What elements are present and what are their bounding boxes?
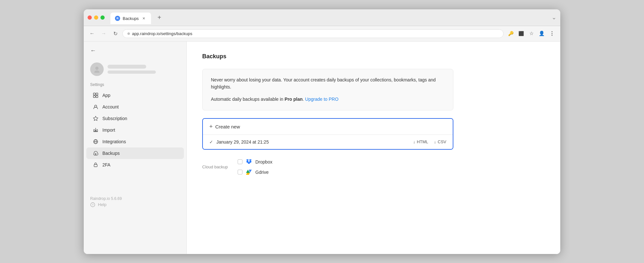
url-text: app.raindrop.io/settings/backups	[132, 31, 192, 36]
sidebar-account-label: Account	[102, 104, 119, 109]
refresh-button[interactable]: ↻	[111, 29, 120, 38]
svg-rect-2	[93, 93, 95, 95]
dropbox-icon	[246, 159, 252, 165]
info-text-prefix: Automatic daily backups available in	[211, 97, 285, 102]
sidebar-subscription-label: Subscription	[102, 116, 127, 121]
sidebar: ← Settings	[84, 42, 187, 254]
forward-button[interactable]: →	[99, 29, 108, 38]
user-name	[108, 65, 146, 69]
backup-item-left: ✓ January 29, 2024 at 21:25	[209, 139, 269, 145]
info-text-suffix: .	[303, 97, 304, 102]
import-icon	[93, 127, 99, 133]
gdrive-label: Gdrive	[255, 170, 269, 175]
browser-window: R Backups ✕ + ⌄ ← → ↻ ⊕ app.raindrop.io/…	[84, 9, 560, 254]
pro-plan-label: Pro plan	[285, 97, 303, 102]
page-title: Backups	[202, 53, 545, 60]
gdrive-checkbox[interactable]	[238, 170, 242, 174]
dropbox-checkbox[interactable]	[238, 159, 242, 164]
svg-rect-3	[96, 93, 98, 95]
sidebar-item-subscription[interactable]: Subscription	[86, 113, 184, 124]
sidebar-integrations-label: Integrations	[102, 139, 126, 144]
integrations-icon	[93, 139, 99, 145]
address-bar: ← → ↻ ⊕ app.raindrop.io/settings/backups…	[84, 26, 560, 42]
bookmark-button[interactable]: ☆	[527, 29, 536, 38]
download-csv-arrow: ↓	[434, 139, 436, 144]
url-bar[interactable]: ⊕ app.raindrop.io/settings/backups	[122, 29, 504, 38]
sidebar-2fa-label: 2FA	[102, 162, 110, 167]
refresh-icon: ↻	[113, 31, 118, 37]
tab-close-button[interactable]: ✕	[141, 16, 147, 21]
user-info	[108, 65, 180, 74]
profile-button[interactable]: 👤	[537, 29, 546, 38]
dropbox-option[interactable]: Dropbox	[238, 159, 272, 165]
create-new-label: Create new	[215, 124, 240, 129]
sidebar-import-label: Import	[102, 127, 115, 133]
plus-icon: +	[209, 123, 213, 130]
close-button[interactable]	[88, 15, 92, 20]
dropbox-label: Dropbox	[255, 159, 272, 164]
password-manager-button[interactable]: 🔑	[506, 29, 515, 38]
sidebar-item-integrations[interactable]: Integrations	[86, 136, 184, 147]
new-tab-button[interactable]: +	[155, 13, 164, 22]
help-item[interactable]: ? Help	[90, 202, 180, 207]
account-icon	[93, 104, 99, 110]
tab-favicon: R	[115, 16, 120, 21]
sidebar-backups-label: Backups	[102, 151, 120, 156]
sidebar-item-app[interactable]: App	[86, 89, 184, 101]
menu-button[interactable]: ⋮	[547, 29, 556, 38]
svg-text:?: ?	[92, 203, 94, 207]
forward-arrow-icon: →	[101, 31, 106, 36]
svg-rect-5	[96, 96, 98, 98]
svg-marker-7	[93, 116, 98, 120]
backup-date: January 29, 2024 at 21:25	[216, 139, 269, 145]
chevron-down-icon[interactable]: ⌄	[552, 14, 556, 21]
maximize-button[interactable]	[100, 15, 105, 20]
subscription-icon	[93, 116, 99, 121]
sidebar-back-button[interactable]: ←	[84, 47, 102, 59]
sidebar-item-backups[interactable]: Backups	[86, 147, 184, 159]
sidebar-item-2fa[interactable]: 2FA	[86, 159, 184, 171]
minimize-button[interactable]	[94, 15, 98, 20]
back-button[interactable]: ←	[88, 29, 97, 38]
avatar	[90, 62, 104, 76]
2fa-icon	[93, 162, 99, 168]
user-email	[108, 70, 156, 74]
info-text-2: Automatic daily backups available in Pro…	[211, 96, 445, 103]
sidebar-item-import[interactable]: Import	[86, 124, 184, 136]
cast-button[interactable]: ⬛	[516, 29, 526, 38]
gdrive-icon	[246, 169, 252, 175]
settings-section-label: Settings	[84, 82, 186, 89]
user-section	[84, 59, 186, 82]
cloud-backup-label: Cloud backup	[202, 164, 231, 169]
toolbar-icons: 🔑 ⬛ ☆ 👤 ⋮	[506, 29, 556, 38]
upgrade-to-pro-link[interactable]: Upgrade to PRO	[305, 97, 339, 102]
key-icon: 🔑	[508, 31, 514, 36]
svg-rect-11	[94, 164, 97, 167]
svg-point-1	[94, 70, 99, 73]
app-icon	[93, 92, 99, 98]
version-label: Raindrop.io 5.6.69	[90, 196, 180, 201]
content-area: Backups Never worry about losing your da…	[187, 42, 560, 254]
checkmark-icon: ✓	[209, 139, 213, 145]
title-bar: R Backups ✕ + ⌄	[84, 9, 560, 26]
gdrive-option[interactable]: Gdrive	[238, 169, 272, 175]
download-csv-link[interactable]: ↓ CSV	[434, 139, 446, 144]
sidebar-item-account[interactable]: Account	[86, 101, 184, 113]
create-new-button[interactable]: + Create new	[203, 119, 453, 135]
download-html-arrow: ↓	[413, 139, 415, 144]
download-html-link[interactable]: ↓ HTML	[413, 139, 428, 144]
svg-rect-4	[93, 96, 95, 98]
info-text-1: Never worry about losing your data. Your…	[211, 76, 445, 91]
html-label: HTML	[417, 139, 428, 144]
back-arrow-icon: ←	[90, 31, 95, 36]
cloud-backup-section: Cloud backup	[202, 159, 453, 175]
cast-icon: ⬛	[518, 31, 524, 36]
backup-item: ✓ January 29, 2024 at 21:25 ↓ HTML ↓ CSV	[203, 135, 453, 149]
sidebar-app-label: App	[102, 93, 110, 98]
backups-panel: + Create new ✓ January 29, 2024 at 21:25…	[202, 118, 453, 150]
browser-tab[interactable]: R Backups ✕	[110, 13, 151, 24]
cloud-options: Dropbox Gdr	[238, 159, 272, 175]
svg-point-0	[95, 67, 99, 70]
star-icon: ☆	[529, 31, 534, 36]
window-controls	[88, 15, 105, 20]
